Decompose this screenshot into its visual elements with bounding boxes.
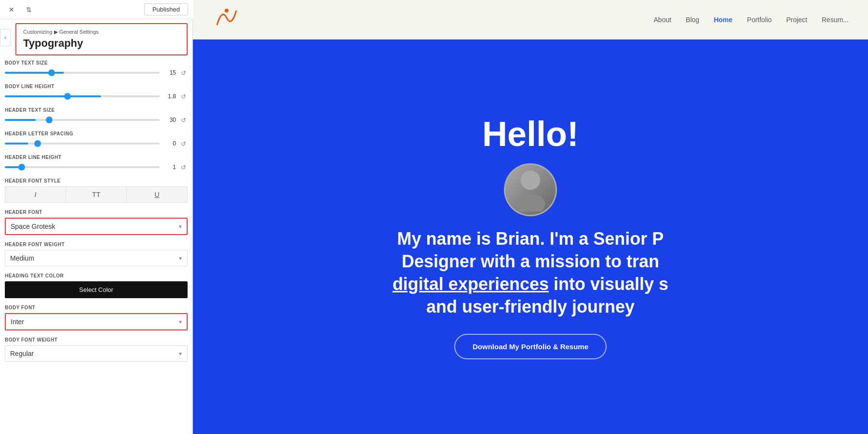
body-line-height-reset[interactable]: ↺ [179, 92, 188, 101]
underline-button[interactable]: U [126, 186, 188, 203]
hero-text-line5: and user-friendly journey [426, 297, 635, 316]
header-line-height-slider-row: 1 ↺ [5, 163, 188, 171]
body-text-size-slider[interactable] [5, 72, 160, 74]
published-button[interactable]: Published [144, 3, 188, 15]
select-color-button[interactable]: Select Color [5, 281, 188, 298]
body-font-weight-row: BODY FONT WEIGHT Thin Light Regular Medi… [5, 337, 188, 362]
caps-button[interactable]: TT [66, 186, 126, 203]
logo-svg [212, 6, 241, 30]
body-font-weight-select[interactable]: Thin Light Regular Medium Bold [5, 345, 188, 362]
body-font-weight-dropdown-wrapper: Thin Light Regular Medium Bold ▼ [5, 345, 188, 362]
hero-section: Hello! My name is Brian. I'm a Senior P … [193, 39, 868, 434]
page-title: Typography [23, 37, 180, 50]
header-line-height-reset[interactable]: ↺ [179, 163, 188, 171]
main-layout: ✕ ⇅ Published ‹ Customizing ▶ General Se… [0, 0, 868, 434]
body-text-size-label: BODY TEXT SIZE [5, 60, 188, 66]
heading-text-color-label: HEADING TEXT COLOR [5, 273, 188, 278]
body-line-height-slider[interactable] [5, 95, 160, 97]
header-letter-spacing-slider-row: 0 ↺ [5, 139, 188, 148]
hero-avatar [504, 163, 557, 216]
hero-text-line3: digital experiences [393, 274, 549, 294]
header-text-size-row: HEADER TEXT SIZE 30 ↺ [5, 107, 188, 124]
back-button[interactable]: ‹ [0, 29, 11, 46]
body-line-height-value: 1.8 [163, 93, 176, 100]
header-letter-spacing-row: HEADER LETTER SPACING 0 ↺ [5, 131, 188, 148]
header-font-weight-dropdown-wrapper: Thin Light Regular Medium Bold Extra Bol… [5, 250, 188, 266]
hero-text-line4: into visually s [554, 274, 668, 294]
body-font-weight-label: BODY FONT WEIGHT [5, 337, 188, 342]
body-font-row: BODY FONT Inter Roboto Open Sans Lato Sp… [5, 305, 188, 330]
site-navbar: About Blog Home Portfolio Project Resum.… [193, 0, 868, 39]
nav-project[interactable]: Project [786, 16, 807, 24]
header-letter-spacing-label: HEADER LETTER SPACING [5, 131, 188, 136]
header-line-height-slider[interactable] [5, 166, 160, 168]
header-text-size-slider[interactable] [5, 119, 160, 121]
nav-resume[interactable]: Resum... [822, 16, 849, 24]
body-font-select[interactable]: Inter Roboto Open Sans Lato Space Grotes… [5, 313, 188, 330]
svg-point-1 [521, 171, 540, 190]
header-text-size-slider-row: 30 ↺ [5, 116, 188, 124]
nav-portfolio[interactable]: Portfolio [747, 16, 772, 24]
header-font-weight-select[interactable]: Thin Light Regular Medium Bold Extra Bol… [5, 250, 188, 266]
svg-point-2 [516, 194, 545, 211]
header-font-weight-label: HEADER FONT WEIGHT [5, 242, 188, 247]
header-font-style-buttons: I TT U [5, 186, 188, 203]
nav-home[interactable]: Home [714, 16, 732, 24]
body-text-size-reset[interactable]: ↺ [179, 68, 188, 77]
hero-text-line2: Designer with a mission to tran [402, 251, 659, 271]
header-font-select[interactable]: Space Grotesk Inter Roboto Open Sans Mon… [5, 218, 188, 235]
body-line-height-row: BODY LINE HEIGHT 1.8 ↺ [5, 84, 188, 101]
header-line-height-value: 1 [163, 164, 176, 171]
header-letter-spacing-value: 0 [163, 140, 176, 147]
close-button[interactable]: ✕ [5, 3, 18, 16]
header-letter-spacing-reset[interactable]: ↺ [179, 139, 188, 148]
reorder-button[interactable]: ⇅ [22, 3, 36, 16]
site-navigation: About Blog Home Portfolio Project Resum.… [654, 16, 849, 24]
header-line-height-label: HEADER LINE HEIGHT [5, 155, 188, 160]
body-font-label: BODY FONT [5, 305, 188, 310]
left-panel: ✕ ⇅ Published ‹ Customizing ▶ General Se… [0, 0, 193, 434]
avatar-svg [511, 168, 550, 211]
right-panel: About Blog Home Portfolio Project Resum.… [193, 0, 868, 434]
body-text-size-slider-row: 15 ↺ [5, 68, 188, 77]
nav-blog[interactable]: Blog [686, 16, 699, 24]
body-text-size-row: BODY TEXT SIZE 15 ↺ [5, 60, 188, 77]
hero-subtitle: My name is Brian. I'm a Senior P Designe… [393, 228, 668, 318]
header-font-dropdown-wrapper: Space Grotesk Inter Roboto Open Sans Mon… [5, 218, 188, 235]
hero-text-line1: My name is Brian. I'm a Senior P [397, 229, 664, 249]
header-font-label: HEADER FONT [5, 210, 188, 215]
hero-hello: Hello! [482, 114, 579, 154]
heading-text-color-row: HEADING TEXT COLOR Select Color [5, 273, 188, 298]
site-logo [212, 6, 241, 33]
body-font-dropdown-wrapper: Inter Roboto Open Sans Lato Space Grotes… [5, 313, 188, 330]
italic-button[interactable]: I [5, 186, 66, 203]
header-font-weight-row: HEADER FONT WEIGHT Thin Light Regular Me… [5, 242, 188, 266]
breadcrumb-section: Customizing ▶ General Settings Typograph… [15, 23, 188, 55]
download-button[interactable]: Download My Portfolio & Resume [454, 334, 607, 359]
nav-about[interactable]: About [654, 16, 672, 24]
header-font-style-label: HEADER FONT STYLE [5, 178, 188, 184]
header-font-style-row: HEADER FONT STYLE I TT U [5, 178, 188, 203]
top-toolbar: ✕ ⇅ Published [0, 0, 193, 19]
body-line-height-label: BODY LINE HEIGHT [5, 84, 188, 89]
header-line-height-row: HEADER LINE HEIGHT 1 ↺ [5, 155, 188, 171]
header-font-row: HEADER FONT Space Grotesk Inter Roboto O… [5, 210, 188, 235]
avatar-image [505, 165, 556, 215]
body-line-height-slider-row: 1.8 ↺ [5, 92, 188, 101]
header-letter-spacing-slider[interactable] [5, 143, 160, 145]
settings-content: BODY TEXT SIZE 15 ↺ BODY LINE HEIGHT 1.8… [0, 60, 192, 368]
breadcrumb: Customizing ▶ General Settings [23, 29, 180, 35]
header-text-size-reset[interactable]: ↺ [179, 116, 188, 124]
header-text-size-value: 30 [163, 117, 176, 123]
body-text-size-value: 15 [163, 69, 176, 76]
header-text-size-label: HEADER TEXT SIZE [5, 107, 188, 113]
svg-point-0 [225, 9, 229, 13]
